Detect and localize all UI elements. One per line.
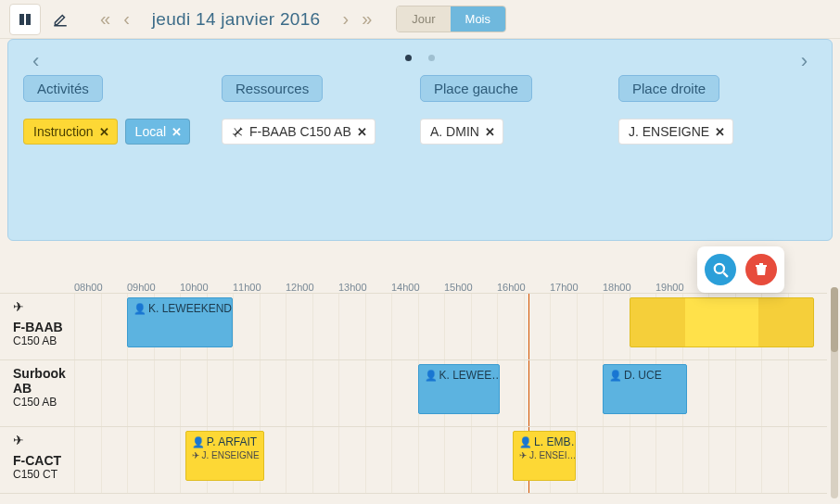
view-read-button[interactable] bbox=[9, 4, 41, 35]
timeline: 08h0009h0010h0011h0012h0013h0014h0015h00… bbox=[0, 269, 827, 504]
view-month-button[interactable]: Mois bbox=[451, 6, 505, 32]
person-icon: 👤 bbox=[134, 303, 146, 314]
hour-label: 09h00 bbox=[127, 282, 180, 293]
view-segmented: Jour Mois bbox=[396, 6, 506, 32]
filter-head-activities[interactable]: Activités bbox=[23, 75, 103, 102]
filter-chip[interactable]: A. DMIN✕ bbox=[420, 119, 503, 145]
hour-label: 16h00 bbox=[497, 282, 550, 293]
chip-label: Instruction bbox=[33, 124, 94, 139]
scrollbar-thumb[interactable] bbox=[831, 287, 838, 352]
filter-chip[interactable]: Instruction✕ bbox=[23, 119, 118, 145]
instructor-icon: ✈ bbox=[519, 450, 527, 460]
hour-label: 13h00 bbox=[338, 282, 391, 293]
hour-label: 14h00 bbox=[391, 282, 444, 293]
event-pilot: P. ARFAIT bbox=[207, 435, 257, 448]
chip-remove[interactable]: ✕ bbox=[485, 125, 495, 139]
chip-remove[interactable]: ✕ bbox=[357, 125, 367, 139]
current-time-line bbox=[528, 360, 529, 426]
resource-row: ✈F-BAABC150 AB👤K. LEWEEKEND bbox=[0, 294, 827, 360]
filter-chip[interactable]: Local✕ bbox=[125, 119, 190, 145]
calendar-event[interactable] bbox=[630, 297, 815, 347]
resource-row: ✈F-CACTC150 CT👤P. ARFAIT✈ J. ENSEIGNE👤L.… bbox=[0, 427, 827, 494]
nav-prev[interactable]: ‹ bbox=[120, 8, 134, 30]
person-icon: 👤 bbox=[192, 436, 205, 447]
hour-label: 11h00 bbox=[233, 282, 286, 293]
dot-2[interactable] bbox=[428, 55, 435, 61]
date-title[interactable]: jeudi 14 janvier 2016 bbox=[139, 9, 334, 30]
filter-head-resources[interactable]: Ressources bbox=[222, 75, 323, 102]
plane-icon: ✈ bbox=[13, 433, 67, 447]
resource-label[interactable]: ✈F-CACTC150 CT bbox=[0, 427, 74, 493]
event-pilot: D. UCE bbox=[624, 369, 662, 382]
calendar-event[interactable]: 👤P. ARFAIT✈ J. ENSEIGNE bbox=[185, 431, 265, 481]
resource-label[interactable]: Surbook ABC150 AB bbox=[0, 360, 74, 426]
chip-remove[interactable]: ✕ bbox=[715, 125, 725, 139]
hour-label: 17h00 bbox=[550, 282, 603, 293]
filter-pager: ‹ › bbox=[23, 40, 817, 75]
event-instructor: J. ENSEIGNE bbox=[201, 450, 259, 460]
event-pilot: L. EMB… bbox=[534, 435, 576, 448]
vertical-scrollbar[interactable] bbox=[831, 287, 838, 498]
filter-page-prev[interactable]: ‹ bbox=[29, 45, 43, 77]
hour-label: 15h00 bbox=[444, 282, 497, 293]
filter-chip[interactable]: F-BAAB C150 AB✕ bbox=[222, 119, 375, 145]
inspect-event-button[interactable] bbox=[705, 254, 736, 285]
trash-icon bbox=[754, 262, 769, 277]
filter-page-next[interactable]: › bbox=[797, 45, 811, 77]
chip-label: Local bbox=[135, 124, 166, 139]
instructor-icon: ✈ bbox=[192, 450, 199, 460]
search-icon bbox=[712, 261, 729, 278]
filter-columns: Activités Instruction✕Local✕ Ressources … bbox=[23, 75, 817, 145]
event-pilot: K. LEWEEKEND bbox=[148, 302, 232, 315]
resource-label[interactable]: ✈F-BAABC150 AB bbox=[0, 294, 74, 359]
person-icon: 👤 bbox=[609, 370, 622, 381]
nav-last[interactable]: » bbox=[358, 8, 375, 30]
current-time-line bbox=[528, 294, 529, 359]
book-icon bbox=[18, 12, 32, 27]
chip-label: A. DMIN bbox=[430, 124, 479, 139]
chip-label: J. ENSEIGNE bbox=[629, 124, 709, 139]
filter-head-left-seat[interactable]: Place gauche bbox=[420, 75, 532, 102]
dot-1[interactable] bbox=[405, 55, 412, 61]
person-icon: 👤 bbox=[425, 370, 438, 381]
calendar-event[interactable]: 👤K. LEWEEKEND bbox=[127, 297, 233, 347]
filter-col-activities: Activités Instruction✕Local✕ bbox=[23, 75, 222, 145]
filter-page-dots bbox=[405, 55, 435, 61]
svg-point-0 bbox=[715, 264, 724, 273]
hour-label: 18h00 bbox=[603, 282, 655, 293]
calendar-event[interactable]: 👤K. LEWEE… bbox=[418, 364, 500, 414]
filter-col-left-seat: Place gauche A. DMIN✕ bbox=[420, 75, 618, 145]
calendar-event[interactable]: 👤L. EMB…✈ J. ENSEI… bbox=[513, 431, 576, 481]
nav-first[interactable]: « bbox=[96, 8, 114, 30]
chip-remove[interactable]: ✕ bbox=[172, 125, 182, 139]
hour-label: 08h00 bbox=[74, 282, 127, 293]
nav-next[interactable]: › bbox=[338, 8, 352, 30]
event-pilot: K. LEWEE… bbox=[439, 369, 500, 382]
filter-head-right-seat[interactable]: Place droite bbox=[618, 75, 719, 102]
event-action-popover bbox=[697, 246, 784, 293]
person-icon: 👤 bbox=[519, 436, 532, 447]
timeline-rows: ✈F-BAABC150 AB👤K. LEWEEKENDSurbook ABC15… bbox=[0, 293, 827, 494]
chip-remove[interactable]: ✕ bbox=[99, 125, 109, 139]
resource-row: Surbook ABC150 AB👤K. LEWEE…👤D. UCE bbox=[0, 360, 827, 427]
chip-label: F-BAAB C150 AB bbox=[249, 124, 351, 139]
filter-chip[interactable]: J. ENSEIGNE✕ bbox=[618, 119, 733, 145]
filter-panel: ‹ › Activités Instruction✕Local✕ Ressour… bbox=[7, 39, 833, 241]
hour-label: 12h00 bbox=[286, 282, 338, 293]
filter-col-right-seat: Place droite J. ENSEIGNE✕ bbox=[618, 75, 817, 145]
svg-line-1 bbox=[723, 272, 728, 277]
delete-event-button[interactable] bbox=[745, 254, 777, 285]
top-toolbar: « ‹ jeudi 14 janvier 2016 › » Jour Mois bbox=[0, 0, 840, 39]
hour-label: 10h00 bbox=[180, 282, 233, 293]
date-nav: « ‹ jeudi 14 janvier 2016 › » bbox=[96, 8, 375, 30]
plane-icon: ✈ bbox=[13, 299, 67, 314]
event-instructor: J. ENSEI… bbox=[529, 450, 577, 460]
pencil-icon bbox=[52, 11, 69, 28]
filter-col-resources: Ressources F-BAAB C150 AB✕ bbox=[222, 75, 420, 145]
view-day-button[interactable]: Jour bbox=[397, 6, 450, 32]
calendar-event[interactable]: 👤D. UCE bbox=[603, 364, 687, 414]
view-edit-button[interactable] bbox=[45, 4, 76, 35]
